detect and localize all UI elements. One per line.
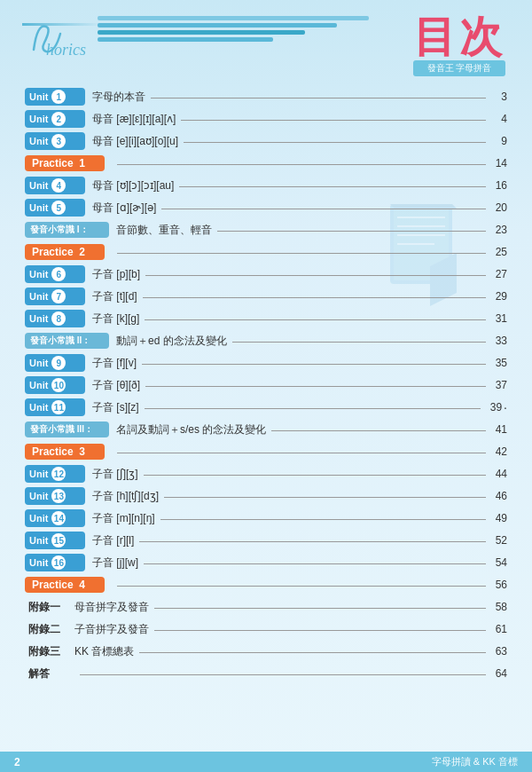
practice-badge-3: Practice 3	[25, 444, 105, 460]
appendix-label-answer: 解答	[28, 666, 67, 681]
unit-badge-16: Unit 16	[25, 554, 85, 571]
toc-row-unit14: Unit 14 子音 [m][n][ŋ] 49	[25, 508, 507, 528]
toc-row-unit10: Unit 10 子音 [θ][ð] 37	[25, 375, 507, 395]
toc-row-tips2: 發音小常識 II： 動詞＋ed 的念法及變化 33	[25, 331, 507, 351]
dot-marker: ·	[504, 400, 507, 414]
appendix-row-answer: 解答 64	[25, 664, 507, 683]
unit-badge-7: Unit 7	[25, 288, 85, 305]
toc-row-unit12: Unit 12 子音 [ʃ][ʒ] 44	[25, 464, 507, 484]
unit3-desc: 母音 [e][i][aʊ][o][u]	[92, 134, 178, 149]
toc-row-unit8: Unit 8 子音 [k][g] 31	[25, 309, 507, 328]
unit-badge-13: Unit 13	[25, 487, 85, 505]
toc-row-unit6: Unit 6 子音 [p][b] 27	[25, 264, 507, 284]
footer-page-num: 2	[14, 756, 20, 768]
toc-row-unit11: Unit 11 子音 [s][z] 39 ·	[25, 398, 507, 417]
toc-row-unit4: Unit 4 母音 [ʊ][ɔ][ɔɪ][au] 16	[25, 176, 507, 195]
toc-row-unit9: Unit 9 子音 [f][v] 35	[25, 353, 507, 373]
appendix-row-1: 附錄一 母音拼字及發音 58	[25, 597, 507, 617]
toc-row-unit5: Unit 5 母音 [ɑ][ɚ][ə] 20	[25, 198, 507, 217]
toc-row-practice2: Practice 2 25	[25, 242, 507, 262]
practice-badge-4: Practice 4	[25, 577, 105, 593]
toc-content: Unit 1 字母的本音 3 Unit 2 母音 [æ][ε][ɪ][a][ʌ]…	[0, 83, 532, 689]
logo: horics	[27, 16, 106, 65]
unit-badge-15: Unit 15	[25, 532, 85, 549]
unit-badge-12: Unit 12	[25, 465, 85, 483]
main-title: 目次	[413, 16, 505, 59]
unit-badge-8: Unit 8	[25, 310, 85, 327]
unit-badge-3: Unit 3	[25, 132, 85, 150]
toc-row-practice4: Practice 4 56	[25, 575, 507, 595]
unit1-desc: 字母的本音	[92, 90, 145, 105]
svg-text:horics: horics	[46, 41, 86, 59]
toc-row-unit2: Unit 2 母音 [æ][ε][ɪ][a][ʌ] 4	[25, 109, 507, 129]
toc-row-unit7: Unit 7 子音 [t][d] 29	[25, 287, 507, 306]
toc-row-unit13: Unit 13 子音 [h][tʃ][dʒ] 46	[25, 486, 507, 506]
unit-badge-14: Unit 14	[25, 509, 85, 527]
unit-badge-1: Unit 1	[25, 88, 85, 106]
line-1	[151, 98, 486, 98]
toc-row-tips3: 發音小常識 III： 名詞及動詞＋s/es 的念法及變化 41	[25, 420, 507, 439]
appendix-label-1: 附錄一	[28, 600, 67, 615]
toc-row-practice1: Practice 1 14	[25, 154, 507, 173]
appendix-row-2: 附錄二 子音拼字及發音 61	[25, 619, 507, 639]
toc-row-unit1: Unit 1 字母的本音 3	[25, 87, 507, 106]
toc-row-unit16: Unit 16 子音 [j][w] 54	[25, 553, 507, 572]
practice-badge-2: Practice 2	[25, 244, 105, 260]
tips-badge-1: 發音小常識 I：	[25, 222, 109, 238]
appendix-row-3: 附錄三 KK 音標總表 63	[25, 642, 507, 661]
unit-badge-10: Unit 10	[25, 376, 85, 394]
appendix-label-2: 附錄二	[28, 622, 67, 637]
tips-badge-2: 發音小常識 II：	[25, 333, 109, 349]
unit2-desc: 母音 [æ][ε][ɪ][a][ʌ]	[92, 112, 176, 127]
unit-badge-5: Unit 5	[25, 199, 85, 217]
unit-badge-9: Unit 9	[25, 354, 85, 372]
page-1: 3	[491, 91, 507, 103]
unit-badge-2: Unit 2	[25, 110, 85, 128]
appendix-label-3: 附錄三	[28, 644, 67, 659]
footer-text: 字母拼讀 & KK 音標	[432, 755, 518, 768]
tips-badge-3: 發音小常識 III：	[25, 421, 109, 437]
unit-badge-11: Unit 11	[25, 398, 85, 416]
toc-row-practice3: Practice 3 42	[25, 442, 507, 461]
toc-row-unit3: Unit 3 母音 [e][i][aʊ][o][u] 9	[25, 131, 507, 151]
unit-badge-6: Unit 6	[25, 265, 85, 283]
footer: 2 字母拼讀 & KK 音標	[0, 752, 532, 772]
toc-row-tips1: 發音小常識 I： 音節數、重音、輕音 23	[25, 220, 507, 240]
toc-row-unit15: Unit 15 子音 [r][l] 52	[25, 531, 507, 550]
subtitle-bar: 發音王 字母拼音	[413, 60, 505, 76]
page-title-area: 目次 發音王 字母拼音	[413, 16, 505, 76]
practice-badge-1: Practice 1	[25, 155, 105, 171]
unit-badge-4: Unit 4	[25, 177, 85, 194]
